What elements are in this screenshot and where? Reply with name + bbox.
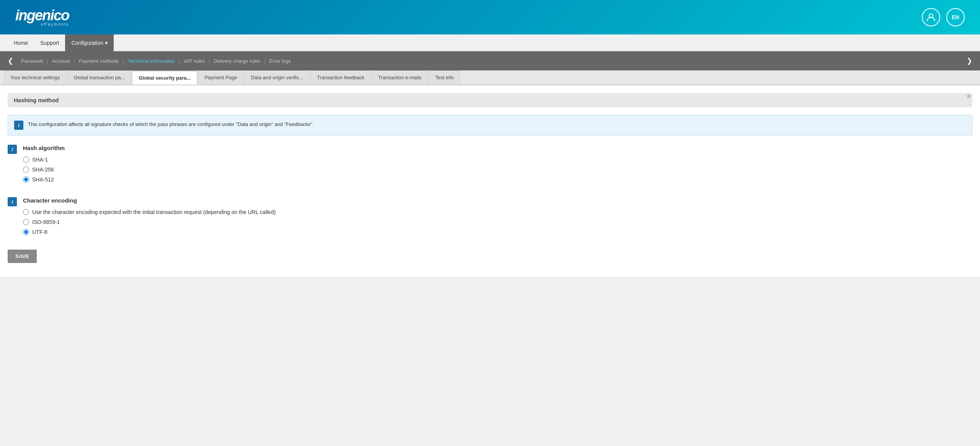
radio-iso8859-input[interactable] — [23, 219, 29, 225]
tab-payment-page[interactable]: Payment Page — [198, 70, 243, 85]
radio-utf8[interactable]: UTF-8 — [23, 229, 972, 235]
language-selector[interactable]: EN — [946, 8, 965, 26]
tab-test-info[interactable]: Test info — [429, 70, 460, 85]
tab-bar: Your technical settings Global transacti… — [0, 70, 980, 85]
save-button[interactable]: SAVE — [8, 250, 37, 263]
sub-nav-payment-methods[interactable]: Payment methods — [75, 58, 123, 64]
logo: ingenico ePayments — [15, 8, 69, 26]
nav-home[interactable]: Home — [8, 34, 34, 51]
nav-configuration[interactable]: Configuration ▾ — [65, 34, 113, 51]
radio-url-encoding-input[interactable] — [23, 209, 29, 215]
info-box: i This configuration affects all signatu… — [8, 115, 972, 136]
hash-info-icon: i — [8, 145, 17, 154]
sub-nav-password[interactable]: Password — [17, 58, 47, 64]
radio-sha256-input[interactable] — [23, 167, 29, 173]
tab-data-origin[interactable]: Data and origin verific... — [244, 70, 310, 85]
radio-sha1[interactable]: SHA-1 — [23, 157, 972, 163]
sub-nav-next-icon[interactable]: ❯ — [963, 57, 976, 65]
sub-nav-error-logs[interactable]: Error logs — [265, 58, 294, 64]
radio-url-encoding[interactable]: Use the character encoding expected with… — [23, 209, 972, 215]
character-encoding-section: i Character encoding Use the character e… — [8, 197, 972, 239]
sub-nav-items: Password | Account | Payment methods | T… — [17, 58, 963, 64]
character-encoding-content: Character encoding Use the character enc… — [23, 197, 972, 239]
dropdown-arrow-icon: ▾ — [105, 40, 108, 46]
tab-global-security[interactable]: Global security para... — [132, 70, 197, 85]
info-text: This configuration affects all signature… — [28, 121, 314, 128]
radio-utf8-input[interactable] — [23, 229, 29, 235]
tab-global-transaction[interactable]: Global transaction pa... — [67, 70, 132, 85]
nav-support[interactable]: Support — [34, 34, 65, 51]
radio-sha1-input[interactable] — [23, 157, 29, 163]
info-icon: i — [14, 121, 23, 130]
character-encoding-label: Character encoding — [23, 197, 972, 204]
radio-sha256[interactable]: SHA-256 — [23, 167, 972, 173]
header: ingenico ePayments EN — [0, 0, 980, 34]
radio-sha512-input[interactable] — [23, 176, 29, 183]
content-area: ★ Hashing method i This configuration af… — [0, 85, 980, 277]
tab-transaction-feedback[interactable]: Transaction feedback — [310, 70, 371, 85]
favorite-star-icon[interactable]: ★ — [965, 91, 972, 101]
header-right: EN — [922, 8, 965, 26]
encoding-info-icon: i — [8, 197, 17, 206]
sub-nav-technical-information[interactable]: Technical information — [124, 58, 178, 64]
logo-main: ingenico — [15, 8, 69, 23]
main-nav: Home Support Configuration ▾ — [0, 34, 980, 51]
sub-nav-prev-icon[interactable]: ❮ — [4, 57, 17, 65]
hash-algorithm-section: i Hash algorithm SHA-1 SHA-256 SHA-512 — [8, 145, 972, 186]
sub-nav: ❮ Password | Account | Payment methods |… — [0, 51, 980, 70]
radio-sha512[interactable]: SHA-512 — [23, 176, 972, 183]
sub-nav-account[interactable]: Account — [48, 58, 74, 64]
tab-your-technical-settings[interactable]: Your technical settings — [4, 70, 67, 85]
radio-iso8859[interactable]: ISO-8859-1 — [23, 219, 972, 225]
logo-sub: ePayments — [15, 22, 69, 26]
hash-algorithm-label: Hash algorithm — [23, 145, 972, 151]
hash-algorithm-content: Hash algorithm SHA-1 SHA-256 SHA-512 — [23, 145, 972, 186]
tab-transaction-emails[interactable]: Transaction e-mails — [372, 70, 428, 85]
sub-nav-vat-rules[interactable]: VAT rules — [180, 58, 209, 64]
user-icon[interactable] — [922, 8, 940, 26]
section-header: Hashing method — [8, 93, 972, 107]
sub-nav-delivery-rules[interactable]: Delivery charge rules — [210, 58, 264, 64]
